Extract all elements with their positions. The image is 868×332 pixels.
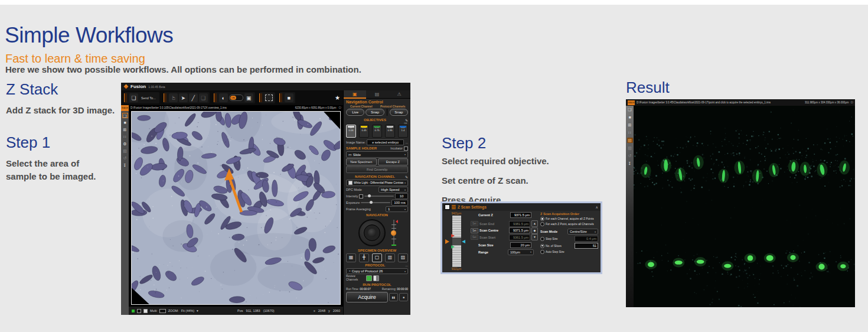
send-to-icon[interactable]: ❏ xyxy=(129,93,138,102)
scan-start-field[interactable]: 9361.5 μm xyxy=(509,235,530,240)
rotate-icon[interactable]: ↺ xyxy=(627,153,633,158)
filled-view-icon[interactable]: ■ xyxy=(627,115,633,120)
pause-button[interactable]: ▮▮ xyxy=(389,293,398,301)
single-view-icon[interactable]: ❏ xyxy=(627,107,633,112)
favorite-star-icon[interactable]: ★ xyxy=(335,95,340,101)
export-image-icon[interactable]: ↧ xyxy=(122,162,128,168)
tab-files[interactable]: ▤ xyxy=(366,90,389,99)
overview-zoom-icon[interactable]: ▥ xyxy=(385,253,395,262)
goto-scan-start-icon[interactable]: ▼ xyxy=(531,234,538,240)
contrast-icon[interactable]: ◐ xyxy=(219,93,228,102)
collapse-chevron-icon[interactable]: ∧ xyxy=(596,205,598,209)
scan-centre-marker[interactable] xyxy=(445,239,449,244)
slices-field[interactable]: 51 xyxy=(575,243,598,249)
scan-size-field[interactable]: 20 μm xyxy=(510,242,531,248)
step-size-radio[interactable] xyxy=(540,237,544,241)
objective-60x-oil[interactable]: Oil 60x1.4 xyxy=(398,125,408,138)
current-z-field[interactable]: 9371.5 μm xyxy=(510,212,531,218)
exposure-knob[interactable] xyxy=(370,201,373,204)
shapes-tool-icon[interactable]: ❏ xyxy=(199,93,208,102)
new-specimen-button[interactable]: New Specimen xyxy=(346,158,377,165)
grid-view-icon[interactable]: ⊞ xyxy=(122,127,128,132)
settings-gear-icon[interactable]: ⚙ xyxy=(122,141,128,147)
pointer-tool-icon[interactable]: ➤ xyxy=(179,93,188,102)
roi-select-icon[interactable] xyxy=(265,93,273,102)
filled-view-icon[interactable]: ■ xyxy=(122,120,128,125)
step-size-field[interactable]: 0.4 μm xyxy=(575,236,598,242)
objective-2x[interactable]: 2x0.06 xyxy=(346,125,356,138)
export-image-icon[interactable]: ↧ xyxy=(627,161,633,166)
scan-start-marker[interactable] xyxy=(451,245,455,249)
select-region-icon[interactable]: ▢ xyxy=(372,253,382,262)
protocol-snap-button[interactable]: Snap xyxy=(390,109,408,116)
white-channel-swatch[interactable] xyxy=(373,275,379,281)
joystick-control[interactable] xyxy=(358,219,386,246)
objective-40x[interactable]: 40x0.95 xyxy=(385,125,395,138)
display-channels-icon[interactable]: ▣ xyxy=(244,93,253,102)
auto-contrast-toggle[interactable]: ON xyxy=(229,95,243,101)
goto-scan-end-icon[interactable]: ▲ xyxy=(531,220,538,227)
zoom-value[interactable]: Fit (44%) xyxy=(181,309,194,313)
overview-clear-icon[interactable]: ▨ xyxy=(398,253,408,262)
order-option2-radio[interactable] xyxy=(540,222,544,226)
move-cross-icon[interactable]: ╋ xyxy=(359,253,369,262)
incubator-checkbox[interactable] xyxy=(404,147,408,151)
channel-dropdown[interactable]: White Light - Differential Phase Contras… xyxy=(346,180,408,186)
auto-step-radio[interactable] xyxy=(540,250,544,254)
line-tool-icon[interactable]: ╱ xyxy=(189,93,198,102)
zscan-enable-checkbox[interactable] xyxy=(445,204,450,210)
set-scan-start-button[interactable]: Set xyxy=(471,235,478,240)
set-scan-centre-button[interactable]: Set xyxy=(471,228,478,233)
intensity-value[interactable]: 10 xyxy=(395,193,408,199)
protocol-dropdown[interactable]: ◔ Copy of Protocol 26 ▾ xyxy=(346,268,408,274)
stage-map-icon[interactable]: ▦ xyxy=(346,253,356,262)
hand-tool-icon[interactable]: ☞ xyxy=(169,93,178,102)
tile-view-icon[interactable]: ∷ xyxy=(122,134,128,139)
intensity-checkbox[interactable] xyxy=(359,194,363,198)
exposure-value[interactable]: 100 ms xyxy=(391,200,408,206)
slices-radio[interactable] xyxy=(540,244,544,248)
grid-view-icon[interactable]: ⊞ xyxy=(627,122,633,128)
z-slider-knob[interactable] xyxy=(391,230,396,236)
channel-dark-icon[interactable] xyxy=(137,309,141,313)
order-option1-radio[interactable] xyxy=(540,217,544,221)
channel-light-icon[interactable] xyxy=(143,309,148,313)
intensity-knob[interactable] xyxy=(368,194,371,197)
objective-20x[interactable]: 20x0.75 xyxy=(372,125,382,138)
single-view-icon[interactable]: ❏ xyxy=(122,113,128,118)
frame-icon[interactable] xyxy=(159,309,166,313)
result-image[interactable] xyxy=(634,106,855,307)
intensity-slider[interactable] xyxy=(364,196,394,197)
rotate-icon[interactable]: ↺ xyxy=(122,155,128,161)
dpc-mode-dropdown[interactable]: High Speed ▾ xyxy=(378,187,408,193)
acquire-button[interactable]: Acquire xyxy=(346,292,388,302)
current-z-marker[interactable] xyxy=(462,240,465,243)
tab-navigation[interactable]: ▣ xyxy=(344,90,366,99)
cube-3d-active-icon[interactable]: ▧ xyxy=(627,138,633,143)
tile-view-icon[interactable]: ∷ xyxy=(627,130,633,135)
edit-channel-pen-icon[interactable]: ✎ xyxy=(405,175,408,179)
z-position-slider[interactable] xyxy=(391,220,396,246)
cube-3d-icon[interactable]: ▧ xyxy=(627,145,633,151)
goto-scan-centre-icon[interactable]: ◆ xyxy=(531,227,538,234)
cube-3d-icon[interactable]: ▧ xyxy=(122,148,128,154)
image-canvas[interactable] xyxy=(129,110,343,306)
slide-dropdown[interactable]: ▭ Slide ▾ xyxy=(346,151,408,158)
exposure-slider[interactable] xyxy=(361,202,390,203)
scan-mode-dropdown[interactable]: Centre/Size ▾ xyxy=(567,229,598,235)
image-name-field[interactable]: e selected embryo xyxy=(367,139,404,145)
scan-centre-field[interactable]: 9371.5 μm xyxy=(509,227,530,233)
set-scan-end-button[interactable]: Set xyxy=(471,221,478,226)
escape-z-button[interactable]: Escape Z xyxy=(378,158,409,165)
specimen-image[interactable] xyxy=(131,111,341,305)
info-icon[interactable]: ⓘ xyxy=(339,106,342,109)
live-button[interactable]: Live xyxy=(346,109,364,116)
zoom-dropdown-arrow[interactable]: ▾ xyxy=(197,309,198,313)
send-to-button[interactable]: Send To... xyxy=(139,96,158,100)
scan-end-field[interactable]: 9381.5 μm xyxy=(509,221,530,227)
snap-button[interactable]: Snap xyxy=(366,109,384,116)
tab-alerts[interactable]: ⚠ xyxy=(388,90,410,99)
edit-objectives-pen-icon[interactable]: ✎ xyxy=(405,118,408,122)
green-channel-swatch[interactable] xyxy=(366,275,372,281)
z-ruler[interactable] xyxy=(452,216,461,267)
